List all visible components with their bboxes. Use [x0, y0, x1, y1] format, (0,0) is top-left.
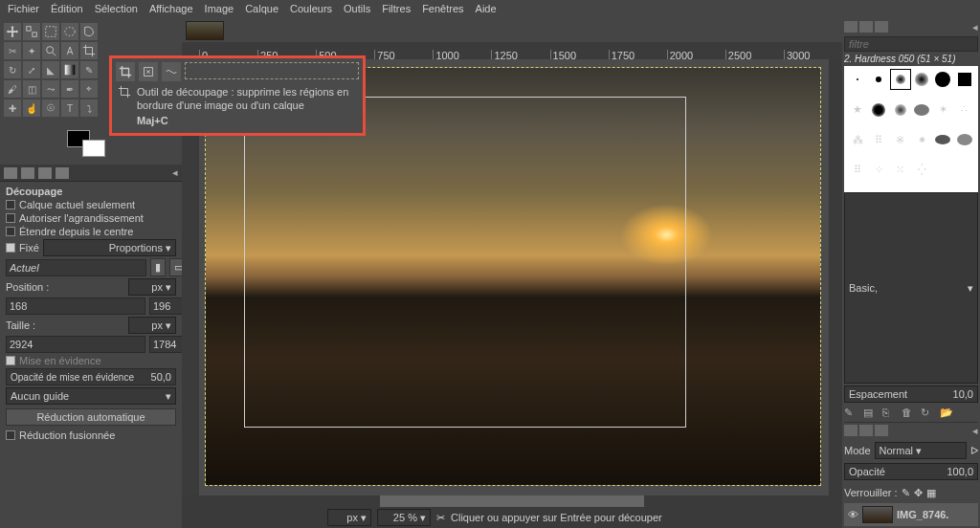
brush-item[interactable] — [869, 100, 888, 120]
brush-item[interactable]: ⁛ — [912, 161, 931, 180]
tab-menu-icon[interactable]: ◂ — [172, 166, 178, 179]
size-w[interactable] — [6, 336, 145, 353]
brush-filter[interactable] — [844, 36, 978, 52]
tool-crop[interactable] — [80, 42, 98, 59]
pos-x[interactable] — [6, 297, 145, 315]
brush-edit-icon[interactable]: ✎ — [844, 407, 858, 420]
tool-zoom[interactable] — [42, 42, 59, 59]
tool-heal[interactable]: ✚ — [4, 99, 21, 117]
status-zoom[interactable]: 25 % ▾ — [377, 509, 431, 526]
brush-item[interactable]: ★ — [848, 100, 867, 120]
menu-filters[interactable]: Filtres — [382, 3, 411, 16]
lock-alpha-icon[interactable]: ▦ — [926, 487, 936, 499]
tool-ink[interactable]: ✒ — [61, 80, 78, 98]
brush-item[interactable] — [955, 130, 974, 149]
tab-layers[interactable] — [844, 425, 858, 436]
tab-fonts[interactable] — [875, 21, 888, 33]
mode-select[interactable]: Normal ▾ — [875, 442, 967, 459]
brush-dup-icon[interactable]: ⎘ — [882, 407, 896, 420]
brush-item[interactable] — [848, 70, 867, 89]
crop-rectangle[interactable] — [244, 97, 686, 428]
chk-fixed[interactable] — [6, 243, 15, 253]
sel-size-unit[interactable]: px ▾ — [128, 317, 176, 334]
tool-brush[interactable]: 🖌 — [4, 80, 21, 98]
menu-layer[interactable]: Calque — [245, 3, 278, 16]
chk-merged[interactable] — [6, 430, 15, 440]
tab-paths[interactable] — [875, 425, 888, 436]
brush-item[interactable]: ⁕ — [912, 130, 931, 149]
background-color[interactable] — [82, 140, 105, 157]
tool-fuzzy[interactable]: ✦ — [23, 42, 40, 59]
aspect-value[interactable] — [6, 259, 146, 276]
lock-position-icon[interactable]: ✥ — [914, 487, 923, 499]
chk-allow-grow[interactable] — [6, 213, 15, 223]
orient-portrait[interactable]: ▮ — [150, 258, 166, 276]
eye-icon[interactable]: 👁 — [848, 509, 858, 520]
tool-move[interactable] — [4, 23, 21, 40]
crop-handle-tr[interactable] — [657, 97, 686, 125]
tool-scale[interactable]: ⤢ — [23, 61, 40, 78]
tab-undo[interactable] — [38, 167, 52, 179]
btn-auto-shrink[interactable]: Réduction automatique — [6, 408, 176, 426]
brush-item[interactable]: ⠿ — [848, 161, 867, 180]
brush-del-icon[interactable]: 🗑 — [902, 407, 915, 420]
chk-highlight[interactable] — [6, 356, 15, 365]
lock-pixels-icon[interactable]: ✎ — [902, 487, 910, 499]
vscrollbar[interactable] — [829, 59, 842, 495]
tool-ellipse-select[interactable] — [61, 23, 78, 40]
menu-file[interactable]: Fichier — [8, 3, 39, 16]
image-tab-thumb[interactable] — [186, 21, 224, 40]
brush-item[interactable] — [955, 70, 974, 89]
brush-item[interactable] — [869, 70, 888, 89]
tool-pencil[interactable]: ✎ — [80, 61, 98, 78]
tool-path[interactable]: ⦾ — [42, 99, 59, 117]
brush-item[interactable]: ∴ — [955, 100, 974, 120]
tool-bucket[interactable]: ◣ — [42, 61, 59, 78]
sel-fixed-mode[interactable]: Proportions ▾ — [43, 239, 176, 256]
layer-name[interactable]: IMG_8746. — [897, 509, 948, 520]
mode-reset-icon[interactable]: ᐅ — [970, 445, 978, 457]
tool-warp[interactable] — [162, 62, 181, 81]
val-highlight[interactable]: 50,0 — [151, 371, 171, 383]
tool-gradient[interactable] — [61, 61, 78, 78]
tool-free-select[interactable] — [80, 23, 98, 40]
brush-item[interactable] — [933, 70, 952, 89]
tool-text[interactable]: T — [61, 99, 78, 117]
menu-edit[interactable]: Édition — [51, 3, 83, 16]
brush-new-icon[interactable]: ▤ — [863, 407, 877, 420]
tab-image[interactable] — [56, 167, 69, 179]
menu-image[interactable]: Image — [205, 3, 234, 16]
brush-refresh-icon[interactable]: ↻ — [921, 407, 934, 420]
menu-windows[interactable]: Fenêtres — [422, 3, 463, 16]
brush-item[interactable]: ⠿ — [869, 130, 888, 149]
menu-colors[interactable]: Couleurs — [290, 3, 332, 16]
menu-help[interactable]: Aide — [476, 3, 497, 16]
tool-crop-highlight[interactable] — [116, 62, 135, 81]
tab-device[interactable] — [21, 167, 34, 179]
hscrollbar[interactable] — [182, 495, 842, 507]
tab-channels[interactable] — [859, 425, 873, 436]
brush-item[interactable]: ⁙ — [891, 161, 910, 180]
sel-pos-unit[interactable]: px ▾ — [128, 278, 176, 296]
tool-smudge[interactable]: ☝ — [23, 99, 40, 117]
brush-item[interactable]: ⁘ — [869, 161, 888, 180]
menu-view[interactable]: Affichage — [149, 3, 193, 16]
brush-open-icon[interactable]: 📂 — [940, 407, 953, 420]
layer-row[interactable]: 👁 IMG_8746. — [844, 503, 978, 526]
tool-rotate[interactable]: ↻ — [4, 61, 21, 78]
dock-menu-icon[interactable]: ◂ — [972, 21, 978, 36]
brush-item[interactable] — [912, 70, 931, 89]
tab-tool-options[interactable] — [4, 167, 17, 179]
dock-menu-icon[interactable]: ◂ — [972, 425, 978, 440]
tool-dropper[interactable]: ⤵ — [80, 99, 98, 117]
tool-measure[interactable]: A — [61, 42, 78, 59]
tool-align[interactable] — [23, 23, 40, 40]
brush-item[interactable]: ※ — [891, 130, 910, 149]
tool-rect-select[interactable] — [42, 23, 59, 40]
brush-preset[interactable]: Basic,▾ — [844, 192, 978, 384]
brush-item[interactable] — [891, 100, 910, 120]
opacity-value[interactable]: 100,0 — [947, 466, 973, 477]
brush-item[interactable] — [912, 100, 931, 120]
chk-current-layer[interactable] — [6, 200, 15, 209]
brush-item[interactable]: ⁂ — [848, 130, 867, 149]
